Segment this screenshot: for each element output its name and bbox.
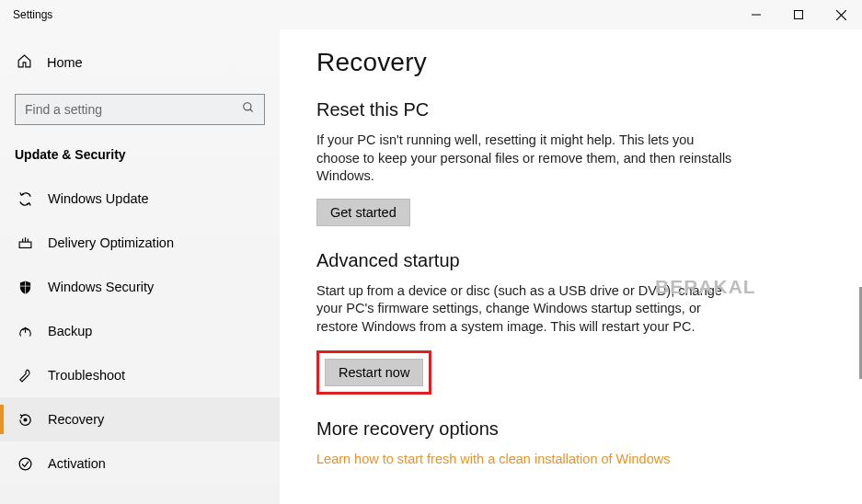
home-nav[interactable]: Home (0, 42, 280, 83)
check-circle-icon (17, 456, 33, 472)
main-content: Recovery Reset this PC If your PC isn't … (280, 29, 862, 504)
shield-icon (17, 280, 33, 295)
sidebar-item-label: Backup (48, 324, 92, 338)
sidebar-item-label: Troubleshoot (48, 368, 125, 383)
sidebar-item-activation[interactable]: Activation (0, 441, 280, 486)
search-wrap (0, 83, 280, 134)
get-started-button[interactable]: Get started (316, 199, 410, 226)
search-box[interactable] (15, 94, 265, 125)
sidebar-item-label: Delivery Optimization (48, 235, 174, 250)
wrench-icon (17, 368, 33, 384)
sync-icon (17, 191, 33, 207)
sidebar-item-label: Recovery (48, 412, 104, 427)
sidebar-item-windows-update[interactable]: Windows Update (0, 177, 280, 221)
reset-pc-heading: Reset this PC (316, 99, 862, 120)
svg-rect-6 (19, 242, 31, 247)
sidebar-section-heading: Update & Security (0, 134, 280, 177)
search-icon (242, 101, 255, 118)
restart-highlight-box: Restart now (316, 350, 431, 395)
sidebar-item-label: Windows Update (48, 191, 149, 206)
advanced-startup-body: Start up from a device or disc (such as … (316, 282, 740, 337)
minimize-button[interactable] (735, 0, 777, 29)
close-button[interactable] (820, 0, 862, 29)
titlebar: Settings (0, 0, 862, 29)
restart-now-button[interactable]: Restart now (325, 359, 423, 386)
recovery-icon (17, 412, 33, 428)
reset-pc-body: If your PC isn't running well, resetting… (316, 132, 740, 186)
sidebar-item-recovery[interactable]: Recovery (0, 397, 280, 441)
page-title: Recovery (316, 48, 862, 77)
svg-point-12 (24, 418, 27, 421)
sidebar-item-label: Windows Security (48, 280, 154, 294)
advanced-startup-heading: Advanced startup (316, 250, 862, 271)
clean-install-link[interactable]: Learn how to start fresh with a clean in… (316, 452, 670, 466)
home-icon (17, 53, 32, 73)
maximize-button[interactable] (777, 0, 820, 29)
sidebar: Home Update & Security Windows Update (0, 29, 280, 504)
sidebar-item-backup[interactable]: Backup (0, 309, 280, 353)
backup-icon (17, 324, 33, 339)
svg-point-4 (244, 103, 251, 110)
sidebar-item-label: Activation (48, 456, 106, 471)
svg-point-13 (19, 458, 31, 470)
svg-line-5 (250, 109, 253, 112)
sidebar-nav: Windows Update Delivery Optimization Win… (0, 177, 280, 504)
window-controls (735, 0, 862, 29)
more-recovery-section: More recovery options Learn how to start… (316, 418, 862, 467)
reset-pc-section: Reset this PC If your PC isn't running w… (316, 99, 862, 226)
sidebar-item-troubleshoot[interactable]: Troubleshoot (0, 353, 280, 397)
svg-rect-1 (795, 11, 803, 19)
window-title: Settings (13, 8, 52, 21)
advanced-startup-section: Advanced startup Start up from a device … (316, 250, 862, 395)
sidebar-item-windows-security[interactable]: Windows Security (0, 265, 280, 309)
more-recovery-heading: More recovery options (316, 418, 862, 440)
home-label: Home (47, 55, 83, 70)
search-input[interactable] (25, 102, 242, 117)
sidebar-item-delivery-optimization[interactable]: Delivery Optimization (0, 221, 280, 265)
delivery-icon (17, 235, 33, 251)
